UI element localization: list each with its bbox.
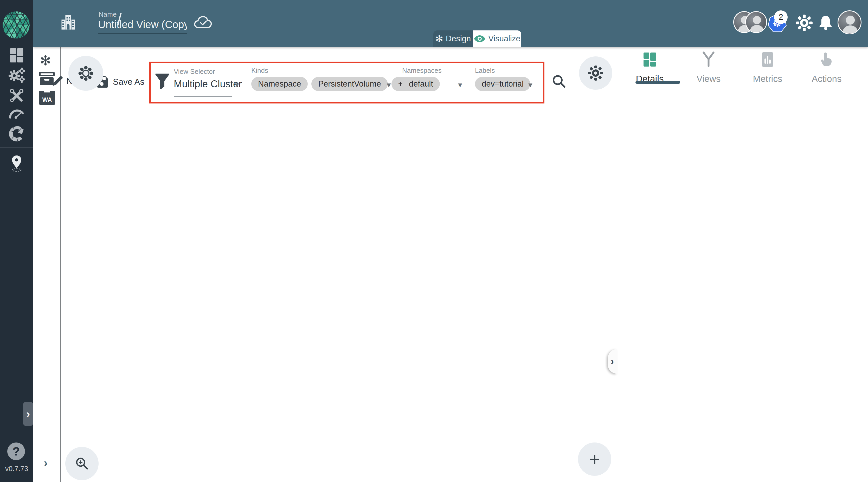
canvas-settings-button[interactable]	[579, 56, 612, 90]
filter-chip[interactable]: Namespace	[251, 77, 308, 91]
active-tab-indicator	[636, 81, 680, 84]
tab-details[interactable]: Details	[622, 50, 677, 84]
meshery-app: / Name ✻ Design Visualize	[0, 0, 868, 482]
field-underline	[251, 97, 394, 97]
dashboard-grid-icon	[8, 47, 25, 63]
edit-pencil-icon[interactable]	[50, 75, 64, 89]
app-header: / Name ✻ Design Visualize	[33, 0, 868, 47]
tab-visualize[interactable]: Visualize	[473, 30, 521, 47]
sidebar-expand-handle[interactable]: ›	[23, 401, 33, 426]
filter-funnel-icon	[155, 73, 169, 90]
field-underline	[174, 96, 232, 97]
design-swirl-icon[interactable]: ✻	[40, 53, 51, 68]
performance-speedometer-icon	[8, 105, 25, 120]
lifecycle-gears-icon	[7, 67, 26, 84]
app-version: v0.7.73	[0, 465, 33, 473]
sidebar-item-toolbox[interactable]	[0, 87, 33, 104]
view-selector-value[interactable]: Multiple Cluster	[174, 78, 242, 90]
filter-chip[interactable]: dev=tutorial	[475, 77, 530, 91]
view-selector-label: View Selector	[174, 68, 215, 76]
save-as-button[interactable]: Save As	[113, 77, 144, 87]
view-name-input[interactable]	[98, 19, 187, 34]
context-count-badge: 2	[774, 10, 787, 24]
chevron-down-icon[interactable]: ▼	[385, 81, 392, 89]
location-pin-icon	[8, 154, 25, 173]
chevron-down-icon[interactable]: ▼	[527, 81, 534, 89]
gear-icon	[587, 65, 604, 82]
filter-chip[interactable]: default	[402, 77, 440, 91]
mesh-flower-icon	[77, 64, 95, 83]
filter-chip[interactable]: PersistentVolume	[311, 77, 388, 91]
kinds-label: Kinds	[251, 67, 268, 75]
sidebar-divider	[0, 147, 33, 148]
sidebar-item-performance[interactable]	[0, 105, 33, 120]
toolbox-icon	[8, 87, 25, 104]
grid-icon	[622, 50, 677, 69]
organization-icon[interactable]	[59, 13, 77, 31]
tab-views[interactable]: Views	[681, 50, 736, 84]
namespaces-chip-row: default	[402, 77, 440, 91]
details-panel	[616, 47, 868, 482]
sidebar-item-extensions[interactable]	[0, 125, 33, 142]
zoom-in-icon	[74, 456, 90, 471]
design-swirl-icon: ✻	[435, 34, 443, 44]
sidebar-item-dashboard[interactable]	[0, 47, 33, 63]
add-node-button[interactable]: +	[578, 443, 611, 476]
settings-gear-icon[interactable]	[796, 14, 813, 32]
labels-label: Labels	[475, 67, 495, 75]
tab-metrics[interactable]: Metrics	[740, 50, 795, 84]
sidebar-divider	[0, 177, 33, 177]
metrics-icon	[740, 50, 795, 69]
namespaces-label: Namespaces	[402, 67, 442, 75]
tab-design[interactable]: ✻ Design	[433, 30, 473, 47]
main-sidebar: › ? v0.7.73	[0, 0, 33, 482]
views-icon	[681, 50, 736, 69]
chevron-down-icon[interactable]: ▼	[234, 81, 240, 89]
collaborator-avatar[interactable]	[745, 11, 767, 33]
search-icon[interactable]	[551, 73, 566, 89]
visualize-eye-icon	[474, 35, 486, 43]
visualize-canvas[interactable]	[61, 47, 616, 482]
field-underline	[402, 97, 465, 97]
zoom-button[interactable]	[65, 447, 99, 480]
sidebar-item-lifecycle[interactable]	[0, 67, 33, 84]
help-button[interactable]: ?	[7, 443, 25, 460]
field-underline	[475, 97, 535, 97]
notifications-bell-icon[interactable]	[817, 14, 834, 31]
meshery-logo[interactable]	[3, 11, 30, 38]
name-field-label: Name	[99, 10, 117, 19]
labels-chip-row: dev=tutorial	[475, 77, 530, 91]
tab-actions[interactable]: Actions	[799, 50, 854, 84]
cloud-saved-icon	[192, 14, 214, 31]
mode-toggle: ✻ Design Visualize	[433, 30, 521, 47]
extensions-mesh-icon	[8, 125, 25, 142]
tool-rail: ✻ WA ›	[33, 47, 61, 482]
user-avatar[interactable]	[838, 10, 862, 34]
sidebar-item-environment[interactable]	[0, 154, 33, 173]
context-switcher-button[interactable]	[68, 56, 103, 91]
actions-hand-icon	[799, 50, 854, 69]
chevron-down-icon[interactable]: ▼	[457, 81, 464, 89]
wasm-filter-icon[interactable]: WA	[39, 91, 55, 105]
rail-expand-chevron[interactable]: ›	[44, 456, 48, 470]
